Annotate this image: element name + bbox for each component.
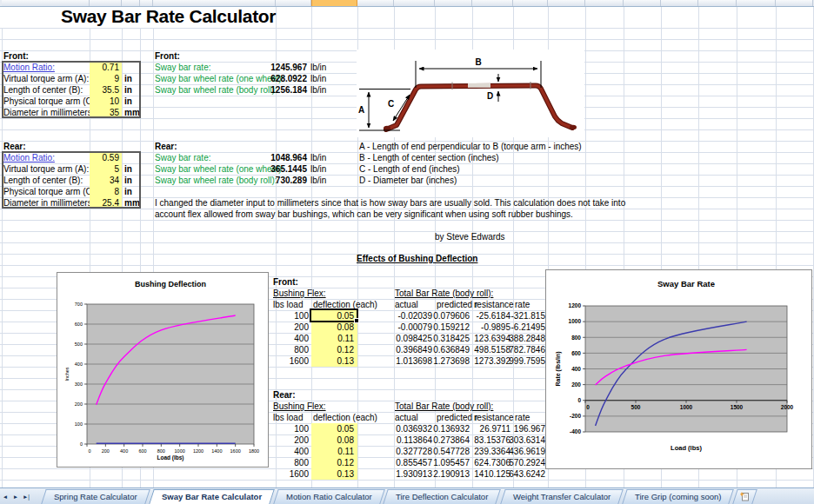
column-header[interactable]	[276, 0, 311, 6]
svg-text:1200: 1200	[569, 302, 582, 308]
column-header[interactable]	[2, 0, 90, 6]
selected-cell[interactable]	[310, 308, 358, 322]
gridline-h	[0, 480, 814, 481]
sheet-tab-tire-grip-coming-soon-[interactable]: Tire Grip (coming soon)	[622, 489, 734, 504]
column-header[interactable]	[737, 0, 776, 6]
sheet-tab-motion-ratio-calculator[interactable]: Motion Ratio Calculator	[273, 489, 384, 504]
page-title: Sway Bar Rate Calculator	[61, 6, 276, 27]
svg-text:100: 100	[75, 421, 83, 427]
column-header[interactable]	[90, 0, 122, 6]
sheet-tab-tire-deflection-calculator[interactable]: Tire Deflection Calculator	[384, 489, 502, 504]
legend-line-a: A - Length of end perpendicular to B (to…	[359, 141, 582, 152]
svg-text:1800: 1800	[249, 448, 259, 454]
col-header: actual	[395, 299, 418, 310]
column-header[interactable]	[122, 0, 140, 6]
rear-diameter-cell[interactable]: 25.4	[90, 197, 122, 209]
svg-text:300: 300	[75, 381, 83, 387]
column-header[interactable]	[472, 0, 513, 6]
column-header[interactable]	[624, 0, 661, 6]
output-row: Sway bar rate: 1048.964 lb/in	[0, 152, 365, 163]
column-header[interactable]	[357, 0, 394, 6]
col-header: predicted r	[437, 412, 477, 423]
excel-window: Sway Bar Rate Calculator Front: Motion R…	[0, 0, 814, 504]
tab-scroll-button[interactable]: ►	[10, 494, 21, 504]
svg-text:200: 200	[571, 381, 581, 388]
note-line-2: account flex allowed from sway bar bushi…	[155, 209, 573, 220]
svg-text:800: 800	[157, 448, 165, 454]
front-physical-arm-cell[interactable]: 10	[90, 96, 122, 107]
column-header-selected[interactable]	[311, 0, 357, 6]
bar-label-sticker	[468, 83, 490, 88]
rear-physical-arm-cell[interactable]: 8	[90, 186, 122, 197]
svg-text:600: 600	[138, 448, 146, 454]
x-axis-label: Load (lbs)	[157, 454, 183, 461]
column-header[interactable]	[661, 0, 698, 6]
legend-line-b: B - Length of center section (inches)	[359, 152, 499, 163]
sheet-tab-bar: ◄►►|Spring Rate CalculatorSway Bar Rate …	[0, 487, 814, 504]
svg-text:500: 500	[631, 404, 641, 410]
x-axis-label: Load (lbs)	[671, 444, 702, 452]
column-header[interactable]	[140, 0, 153, 6]
column-header[interactable]	[153, 0, 276, 6]
svg-text:500: 500	[75, 342, 83, 347]
column-header[interactable]	[394, 0, 435, 6]
svg-text:400: 400	[120, 448, 128, 454]
column-header[interactable]	[513, 0, 548, 6]
rear-inputs-header: Rear:	[3, 141, 26, 152]
svg-text:1400: 1400	[211, 448, 222, 454]
svg-text:1000: 1000	[680, 404, 693, 410]
rear-total-header: Total Bar Rate (body roll):	[395, 401, 493, 412]
front-table-header: Front:	[273, 276, 298, 288]
column-header[interactable]	[435, 0, 472, 6]
output-row: Sway bar wheel rate (body roll): 1256.18…	[0, 84, 365, 96]
y-axis-label: Inches	[64, 367, 70, 381]
tab-scroll-button[interactable]: ◄	[0, 494, 10, 504]
svg-text:0: 0	[88, 448, 90, 454]
insert-worksheet-tab[interactable]	[733, 489, 758, 504]
column-header[interactable]	[776, 0, 813, 6]
col-header: lbs load	[273, 299, 303, 310]
svg-text:2000: 2000	[781, 404, 794, 410]
byline: by Steve Edwards	[435, 231, 505, 242]
gridline-h	[0, 242, 814, 243]
fill-handle[interactable]	[354, 318, 359, 323]
dim-a-label: A	[358, 105, 364, 115]
sway-bar-diagram: B A C D	[357, 50, 584, 137]
svg-text:200: 200	[75, 401, 83, 407]
front-inputs-header: Front:	[3, 50, 29, 62]
col-header: rate	[515, 412, 530, 423]
y-axis-label: Rate (lbs/in)	[555, 351, 562, 386]
column-header[interactable]	[548, 0, 585, 6]
output-row: Sway bar wheel rate (one wheel): 365.144…	[0, 163, 365, 175]
tab-scroll-button[interactable]: ►|	[21, 494, 31, 504]
front-total-header: Total Bar Rate (body roll):	[395, 288, 493, 299]
section-header: Effects of Bushing Deflection	[357, 253, 477, 264]
gridline-h	[0, 265, 814, 266]
svg-text:1500: 1500	[731, 404, 744, 410]
sheet-tab-sway-bar-rate-calculator[interactable]: Sway Bar Rate Calculator	[149, 489, 275, 504]
gridline-h	[0, 231, 814, 232]
col-header: deflection (each)	[313, 412, 377, 423]
sheet-tab-weight-transfer-calculator[interactable]: Weight Transfer Calculator	[500, 489, 624, 504]
col-header: resistance	[474, 412, 514, 423]
sheet-tab-spring-rate-calculator[interactable]: Spring Rate Calculator	[41, 489, 150, 504]
chart-title: Bushing Deflection	[135, 280, 206, 288]
front-outputs-header: Front:	[155, 50, 180, 62]
dim-d-label: D	[487, 91, 493, 101]
svg-text:800: 800	[571, 335, 581, 341]
front-diameter-cell[interactable]: 35	[90, 107, 122, 118]
input-row: Diameter in millimeters: 25.4 mm	[0, 197, 174, 209]
svg-text:-400: -400	[570, 428, 581, 434]
rear-flex-header: Bushing Flex:	[273, 401, 326, 412]
bar-eye-right	[570, 125, 577, 130]
input-row: Physical torque arm (C): 8 in	[0, 186, 174, 197]
column-header[interactable]	[585, 0, 624, 6]
input-row: Physical torque arm (C): 10 in	[0, 96, 174, 107]
chart-bushing-deflection: 0100200300400500600700020040060080010001…	[57, 272, 269, 468]
column-header[interactable]	[698, 0, 737, 6]
svg-text:-200: -200	[570, 413, 581, 419]
col-header: resistance	[474, 299, 514, 310]
gridline-h	[0, 220, 814, 221]
col-header: predicted r	[437, 299, 477, 310]
svg-text:1000: 1000	[569, 318, 582, 324]
